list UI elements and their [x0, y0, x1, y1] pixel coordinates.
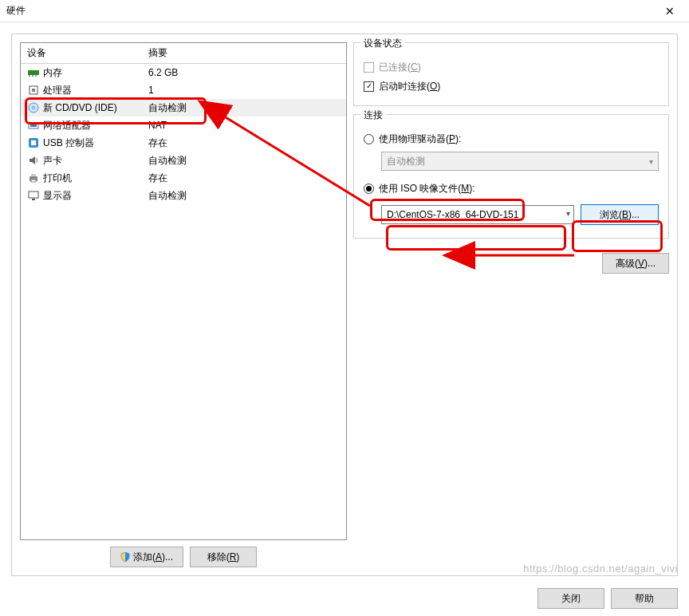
physical-drive-radio-row[interactable]: 使用物理驱动器(P): [364, 129, 659, 148]
device-summary: 1 [148, 85, 343, 96]
device-label: 打印机 [43, 172, 148, 185]
device-row-display[interactable]: 显示器 自动检测 [21, 187, 346, 204]
add-button[interactable]: 添加(A)... [110, 547, 183, 567]
device-label: 显示器 [43, 189, 148, 203]
window-title: 硬件 [6, 4, 26, 18]
add-button-label: 添加(A)... [133, 551, 173, 564]
device-status-group: 设备状态 已连接(C) ✓ 启动时连接(O) [353, 42, 669, 106]
svg-rect-5 [32, 89, 35, 92]
device-buttons: 添加(A)... 移除(R) [20, 547, 347, 567]
svg-rect-3 [35, 75, 37, 77]
connection-title: 连接 [360, 109, 386, 122]
svg-rect-9 [30, 124, 37, 127]
chevron-down-icon: ▾ [649, 157, 653, 166]
connected-label: 已连接(C) [379, 61, 421, 74]
radio-icon [364, 134, 374, 144]
watermark: https://blog.csdn.net/again_vivi [523, 563, 678, 575]
radio-dot-icon [366, 186, 372, 192]
device-summary: 自动检测 [148, 154, 343, 168]
dialog-body: 设备 摘要 内存 6.2 GB 处理器 1 [11, 34, 678, 576]
connect-poweron-label: 启动时连接(O) [379, 80, 440, 93]
advanced-button-label: 高级(V)... [616, 257, 656, 270]
checkmark-icon: ✓ [366, 82, 372, 90]
device-summary: 6.2 GB [148, 67, 343, 78]
checkbox-icon [364, 62, 374, 73]
device-row-usb[interactable]: USB 控制器 存在 [21, 134, 346, 152]
left-pane: 设备 摘要 内存 6.2 GB 处理器 1 [20, 42, 347, 567]
iso-path-value: D:\CentOS-7-x86_64-DVD-151 [387, 209, 518, 220]
device-row-network[interactable]: 网络适配器 NAT [21, 116, 346, 134]
physical-drive-combo-value: 自动检测 [387, 155, 425, 168]
header-summary[interactable]: 摘要 [142, 43, 346, 63]
close-icon: ✕ [665, 5, 675, 18]
shield-icon [120, 552, 130, 562]
connect-poweron-checkbox-row[interactable]: ✓ 启动时连接(O) [364, 77, 659, 96]
svg-rect-1 [29, 75, 30, 77]
device-label: 处理器 [43, 84, 148, 97]
usb-icon [27, 136, 40, 149]
memory-icon [27, 66, 40, 79]
window-close-button[interactable]: ✕ [654, 1, 686, 22]
svg-rect-12 [31, 174, 36, 176]
device-summary: NAT [148, 120, 343, 131]
device-table-header: 设备 摘要 [21, 43, 346, 64]
connected-checkbox-row[interactable]: 已连接(C) [364, 57, 659, 77]
iso-label: 使用 ISO 映像文件(M): [379, 182, 475, 195]
checkbox-icon: ✓ [364, 81, 374, 92]
device-table: 设备 摘要 内存 6.2 GB 处理器 1 [20, 42, 347, 540]
device-status-title: 设备状态 [360, 37, 405, 50]
disc-icon [27, 101, 40, 114]
browse-button[interactable]: 浏览(B)... [581, 204, 659, 225]
device-row-memory[interactable]: 内存 6.2 GB [21, 64, 346, 81]
device-summary: 自动检测 [148, 189, 343, 203]
cpu-icon [27, 84, 40, 97]
iso-path-row: D:\CentOS-7-x86_64-DVD-151 ▾ 浏览(B)... [381, 204, 659, 225]
device-row-cpu[interactable]: 处理器 1 [21, 81, 346, 99]
chevron-down-icon: ▾ [566, 209, 570, 218]
device-label: 内存 [43, 66, 148, 80]
device-summary: 存在 [148, 136, 343, 150]
printer-icon [27, 172, 40, 184]
advanced-row: 高级(V)... [353, 253, 669, 274]
device-summary: 存在 [148, 172, 343, 185]
titlebar: 硬件 ✕ [0, 0, 689, 22]
svg-rect-2 [32, 75, 33, 77]
dialog-footer: 关闭 帮助 [0, 581, 689, 616]
svg-rect-14 [29, 192, 38, 198]
remove-button[interactable]: 移除(R) [190, 547, 257, 567]
iso-path-input[interactable]: D:\CentOS-7-x86_64-DVD-151 ▾ [381, 205, 574, 224]
svg-rect-15 [32, 199, 35, 200]
svg-rect-13 [31, 180, 36, 182]
help-button[interactable]: 帮助 [611, 588, 678, 609]
device-row-cddvd[interactable]: 新 CD/DVD (IDE) 自动检测 [21, 99, 346, 116]
display-icon [27, 189, 40, 202]
device-row-printer[interactable]: 打印机 存在 [21, 169, 346, 187]
advanced-button[interactable]: 高级(V)... [602, 253, 669, 274]
browse-button-label: 浏览(B)... [600, 208, 640, 222]
remove-button-label: 移除(R) [207, 551, 240, 564]
radio-icon [364, 184, 374, 194]
svg-rect-0 [28, 70, 39, 75]
physical-drive-combo[interactable]: 自动检测 ▾ [381, 152, 659, 171]
iso-radio-row[interactable]: 使用 ISO 映像文件(M): [364, 179, 659, 198]
device-label: 声卡 [43, 154, 148, 168]
device-label: 新 CD/DVD (IDE) [43, 101, 148, 115]
device-row-sound[interactable]: 声卡 自动检测 [21, 152, 346, 169]
header-device[interactable]: 设备 [21, 43, 142, 63]
physical-drive-label: 使用物理驱动器(P): [379, 132, 461, 146]
physical-drive-combo-wrap: 自动检测 ▾ [381, 152, 659, 171]
svg-point-7 [33, 107, 35, 109]
network-icon [27, 119, 40, 132]
right-pane: 设备状态 已连接(C) ✓ 启动时连接(O) 连接 使用物理驱动器(P): 自动… [353, 42, 669, 567]
device-summary: 自动检测 [148, 101, 343, 115]
sound-icon [27, 154, 40, 167]
close-button[interactable]: 关闭 [537, 588, 604, 609]
device-label: 网络适配器 [43, 119, 148, 132]
device-label: USB 控制器 [43, 136, 148, 150]
connection-group: 连接 使用物理驱动器(P): 自动检测 ▾ 使用 ISO 映像文件(M): D:… [353, 114, 669, 239]
